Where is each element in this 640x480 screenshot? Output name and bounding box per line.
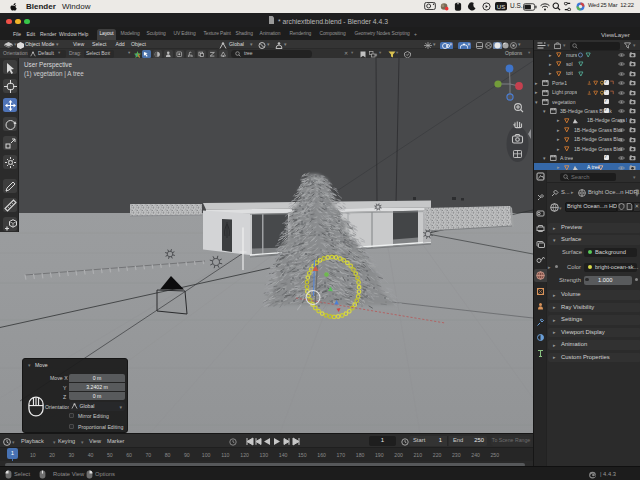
svg-text:100: 100 [202, 452, 211, 458]
svg-text:230: 230 [452, 452, 461, 458]
svg-text:150: 150 [298, 452, 307, 458]
svg-text:90: 90 [184, 452, 190, 458]
svg-text:160: 160 [317, 452, 326, 458]
svg-text:140: 140 [279, 452, 288, 458]
svg-text:20: 20 [49, 452, 55, 458]
svg-text:210: 210 [413, 452, 422, 458]
svg-text:200: 200 [394, 452, 403, 458]
svg-text:30: 30 [68, 452, 74, 458]
svg-text:190: 190 [375, 452, 384, 458]
svg-text:110: 110 [221, 452, 229, 458]
svg-text:130: 130 [259, 452, 268, 458]
svg-text:170: 170 [336, 452, 345, 458]
svg-text:User Perspective: User Perspective [24, 61, 72, 69]
svg-text:240: 240 [471, 452, 480, 458]
svg-text:180: 180 [356, 452, 365, 458]
svg-text:250: 250 [490, 452, 499, 458]
svg-text:50: 50 [107, 452, 113, 458]
svg-text:60: 60 [126, 452, 132, 458]
svg-text:10: 10 [30, 452, 36, 458]
svg-text:40: 40 [88, 452, 94, 458]
svg-text:120: 120 [240, 452, 249, 458]
svg-text:(1) vegetation | A tree: (1) vegetation | A tree [24, 70, 84, 78]
svg-text:80: 80 [165, 452, 171, 458]
svg-text:70: 70 [145, 452, 151, 458]
svg-text:US: US [497, 4, 505, 10]
svg-text:220: 220 [433, 452, 442, 458]
